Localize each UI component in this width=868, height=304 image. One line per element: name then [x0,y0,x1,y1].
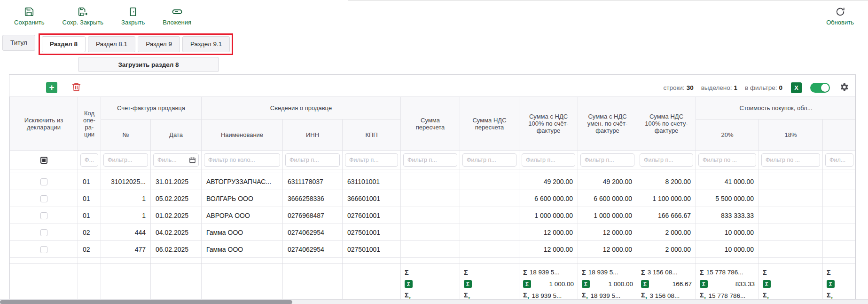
cell-p_last[interactable] [823,224,855,241]
cell-vat_recalc[interactable] [460,224,519,241]
cell-p18[interactable] [759,241,823,258]
filter-input-kpp[interactable] [345,153,398,167]
cell-kpp[interactable]: 027601001 [343,207,401,224]
calendar-icon[interactable] [189,156,196,163]
col-header-sum-vat-100[interactable]: Сумма с НДС 100% по счёт-фактуре [519,97,578,151]
cell-inn[interactable]: 0276968487 [283,207,343,224]
cell-p_last[interactable] [823,173,855,190]
cell-name[interactable]: ВОЛГАРЬ ООО [202,190,283,207]
cell-sum_recalc[interactable] [401,207,460,224]
cell-p20[interactable]: 10 000.00 [696,224,759,241]
settings-button[interactable] [838,82,850,93]
col-header-sum-recalc[interactable]: Сумма пересчета [401,97,460,151]
filter-input-inn[interactable] [285,153,340,167]
cell-p18[interactable] [759,224,823,241]
filter-input-sum-recalc[interactable] [403,153,457,167]
cell-sum_recalc[interactable] [401,224,460,241]
cell-sum_vat_100[interactable]: 6 600 000.00 [519,190,578,207]
cell-p18[interactable] [759,173,823,190]
cell-inn[interactable]: 0274062954 [283,241,343,258]
col-header-vat-recalc[interactable]: Сумма НДС пересчета [460,97,519,151]
col-header-sum-vat-reduced[interactable]: Сумма с НДС умен. по счёт-фактуре [578,97,637,151]
cell-code[interactable]: 02 [78,224,101,241]
cell-date[interactable]: 05.02.2025 [151,190,202,207]
filter-input-number[interactable] [103,153,148,167]
excel-export-button[interactable]: X [791,82,802,93]
cell-sum_vat_100[interactable]: 12 000.00 [519,241,578,258]
scrollbar-thumb[interactable] [0,300,292,304]
cell-name[interactable]: АВТОГРУЗЗАПЧАС... [202,173,283,190]
row-checkbox[interactable] [40,195,47,202]
select-all-checkbox[interactable] [40,157,47,164]
cell-kpp[interactable]: 366601001 [343,190,401,207]
cell-sum_vat_reduced[interactable]: 1 000 000.00 [578,207,637,224]
filter-input-p20[interactable] [698,153,756,167]
cell-vat_recalc[interactable] [460,173,519,190]
row-checkbox[interactable] [40,212,47,219]
col-header-exclude[interactable]: Исключить из декларации [10,97,78,151]
col-header-date[interactable]: Дата [151,120,202,151]
cell-sum_vat_reduced[interactable]: 12 000.00 [578,241,637,258]
cell-sum_vat_reduced[interactable]: 12 000.00 [578,224,637,241]
cell-number[interactable]: 31012025... [101,173,151,190]
filter-input-name[interactable] [204,153,280,167]
toggle-switch[interactable] [810,83,830,93]
cell-date[interactable]: 01.02.2025 [151,207,202,224]
row-checkbox[interactable] [40,229,47,236]
filter-input-code[interactable] [80,153,98,167]
filter-input-sum-vat-100[interactable] [522,153,575,167]
col-header-p20[interactable]: 20% [696,120,759,151]
tab-section-8[interactable]: Раздел 8 [42,36,86,52]
cell-kpp[interactable]: 027501001 [343,241,401,258]
cell-p_last[interactable] [823,190,855,207]
cell-code[interactable]: 01 [78,207,101,224]
cell-p20[interactable]: 41 000.00 [696,173,759,190]
cell-kpp[interactable]: 631101001 [343,173,401,190]
cell-sum_vat_100[interactable]: 1 000 000.00 [519,207,578,224]
col-header-vat-100[interactable]: Сумма НДС 100% по счету-фактуре [637,97,696,151]
cell-date[interactable]: 04.02.2025 [151,224,202,241]
cell-vat_recalc[interactable] [460,190,519,207]
cell-sum_vat_reduced[interactable]: 6 600 000.00 [578,190,637,207]
cell-vat_100[interactable]: 1 100 000.00 [637,190,696,207]
tab-section-8-1[interactable]: Раздел 8.1 [88,36,135,52]
filter-input-sum-vat-reduced[interactable] [580,153,634,167]
delete-row-button[interactable] [70,82,82,93]
cell-p20[interactable]: 833 333.33 [696,207,759,224]
close-button[interactable]: Закрыть [121,6,145,26]
cell-vat_100[interactable]: 2 000.00 [637,224,696,241]
filter-input-p18[interactable] [761,153,820,167]
cell-p18[interactable] [759,190,823,207]
save-close-button[interactable]: Сохр. Закрыть [63,6,104,26]
filter-input-vat-recalc[interactable] [462,153,516,167]
cell-p_last[interactable] [823,207,855,224]
cell-code[interactable]: 02 [78,241,101,258]
cell-name[interactable]: Гамма ООО [202,224,283,241]
cell-code[interactable]: 01 [78,190,101,207]
col-header-name[interactable]: Наименование [202,120,283,151]
col-header-p18[interactable]: 18% [759,120,823,151]
col-header-inn[interactable]: ИНН [283,120,343,151]
tab-section-9-1[interactable]: Раздел 9.1 [182,36,230,52]
attachments-button[interactable]: Вложения [163,6,191,26]
cell-number[interactable]: 1 [101,190,151,207]
cell-kpp[interactable]: 027501001 [343,224,401,241]
row-checkbox[interactable] [40,246,47,253]
cell-p18[interactable] [759,207,823,224]
col-header-kpp[interactable]: КПП [343,120,401,151]
col-header-code[interactable]: Код опе-ра-ции [78,97,101,151]
cell-p20[interactable]: 5 500 000.00 [696,190,759,207]
cell-vat_100[interactable]: 8 200.00 [637,173,696,190]
cell-code[interactable]: 01 [78,173,101,190]
col-header-number[interactable]: № [101,120,151,151]
add-row-button[interactable]: + [46,82,57,93]
cell-sum_vat_100[interactable]: 49 200.00 [519,173,578,190]
cell-p_last[interactable] [823,241,855,258]
load-section-button[interactable]: Загрузить раздел 8 [78,57,219,72]
cell-inn[interactable]: 3666258336 [283,190,343,207]
cell-date[interactable]: 06.02.2025 [151,241,202,258]
cell-p20[interactable]: 10 000.00 [696,241,759,258]
refresh-button[interactable]: Обновить [826,6,854,26]
cell-inn[interactable]: 6311178037 [283,173,343,190]
cell-sum_recalc[interactable] [401,241,460,258]
